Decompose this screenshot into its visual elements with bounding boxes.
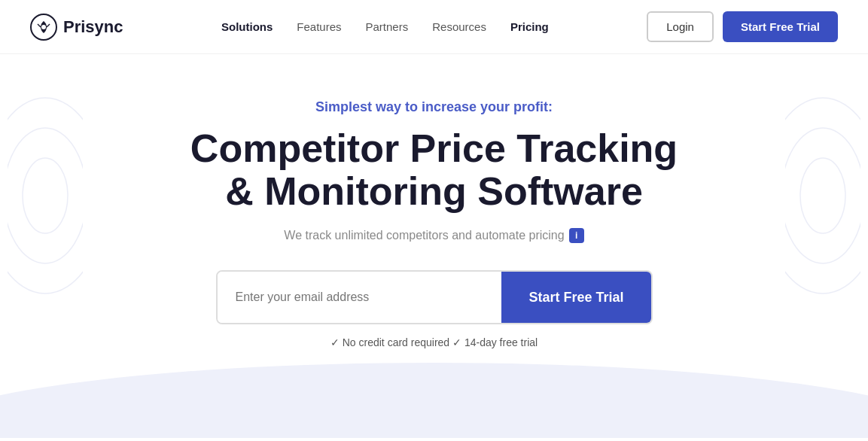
hero-footnote: ✓ No credit card required ✓ 14-day free … [330, 336, 538, 348]
info-icon: i [569, 228, 584, 243]
navbar: Prisync Solutions Features Partners Reso… [0, 0, 868, 54]
logo[interactable]: Prisync [30, 14, 123, 41]
login-button[interactable]: Login [647, 11, 714, 42]
nav-link-pricing[interactable]: Pricing [510, 20, 549, 33]
hero-title-line1: Competitor Price Tracking [190, 126, 678, 170]
nav-link-features[interactable]: Features [297, 20, 341, 33]
nav-item-pricing[interactable]: Pricing [510, 20, 549, 34]
nav-link-solutions[interactable]: Solutions [221, 20, 273, 33]
nav-link-resources[interactable]: Resources [432, 20, 486, 33]
hero-title: Competitor Price Tracking & Monitoring S… [190, 127, 678, 213]
hero-subtitle: Simplest way to increase your profit: [315, 99, 553, 115]
nav-item-resources[interactable]: Resources [432, 20, 486, 34]
nav-actions: Login Start Free Trial [647, 11, 838, 42]
nav-links: Solutions Features Partners Resources Pr… [221, 20, 549, 34]
brand-name: Prisync [63, 17, 123, 37]
nav-item-solutions[interactable]: Solutions [221, 20, 273, 34]
svg-point-1 [41, 25, 46, 29]
bottom-arc [0, 333, 868, 441]
email-input[interactable] [218, 272, 502, 323]
hero-title-line2: & Monitoring Software [225, 169, 643, 213]
logo-icon [30, 14, 57, 41]
hero-trial-button[interactable]: Start Free Trial [501, 272, 650, 323]
nav-item-partners[interactable]: Partners [366, 20, 409, 34]
email-form: Start Free Trial [216, 270, 653, 324]
nav-item-features[interactable]: Features [297, 20, 341, 34]
hero-section: Simplest way to increase your profit: Co… [0, 54, 868, 348]
hero-description-text: We track unlimited competitors and autom… [284, 229, 564, 242]
hero-description: We track unlimited competitors and autom… [284, 228, 583, 243]
svg-point-8 [0, 363, 868, 438]
nav-link-partners[interactable]: Partners [366, 20, 409, 33]
nav-trial-button[interactable]: Start Free Trial [723, 11, 838, 42]
